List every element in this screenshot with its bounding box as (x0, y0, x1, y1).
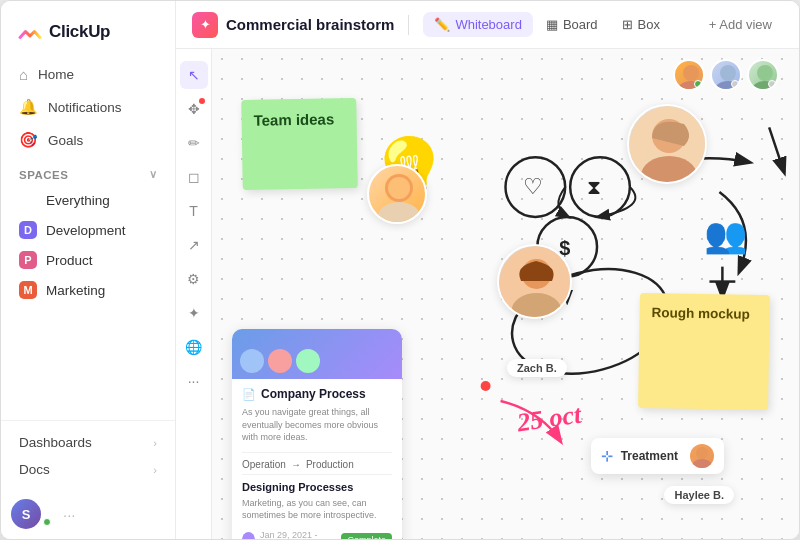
view-tabs: ✏️ Whiteboard ▦ Board ⊞ Box + Add view (423, 12, 783, 37)
spaces-section-header: Spaces ∨ (1, 156, 175, 185)
sticky-note-team-ideas[interactable]: Team ideas (241, 98, 358, 190)
avatar-2 (710, 59, 742, 91)
doc-header-figures (240, 349, 320, 373)
add-view-button[interactable]: + Add view (698, 12, 783, 37)
svg-point-19 (683, 65, 699, 81)
doc-card[interactable]: 📄 Company Process As you navigate great … (232, 329, 402, 539)
status-dot (43, 518, 51, 526)
dashboards-label: Dashboards (19, 435, 92, 450)
sidebar-label-everything: Everything (46, 193, 110, 208)
sidebar-item-development[interactable]: D Development (9, 215, 167, 245)
page-title-area: ✦ Commercial brainstorm (192, 12, 394, 38)
svg-point-0 (506, 157, 566, 217)
tool-globe[interactable]: 🌐 (180, 333, 208, 361)
sidebar-item-docs[interactable]: Docs › (9, 456, 167, 483)
page-title: Commercial brainstorm (226, 16, 394, 33)
whiteboard-tab-label: Whiteboard (455, 17, 521, 32)
offline-indicator-2 (768, 80, 776, 88)
tool-dot-indicator (199, 98, 205, 104)
tool-connector[interactable]: ↗ (180, 231, 208, 259)
board-tab-icon: ▦ (546, 17, 558, 32)
sidebar-label-product: Product (46, 253, 93, 268)
name-badge-haylee: Haylee B. (664, 486, 734, 504)
tool-text[interactable]: T (180, 197, 208, 225)
person-photo-woman-top (627, 104, 707, 184)
development-icon: D (19, 221, 37, 239)
sidebar-label-goals: Goals (48, 133, 83, 148)
sidebar-item-product[interactable]: P Product (9, 245, 167, 275)
doc-figure-2 (268, 349, 292, 373)
tab-whiteboard[interactable]: ✏️ Whiteboard (423, 12, 532, 37)
doc-sub-desc: Marketing, as you can see, can sometimes… (242, 497, 392, 522)
user-initial: S (22, 507, 31, 522)
doc-row-to: Production (306, 459, 354, 470)
tool-cursor[interactable]: ↖ (180, 61, 208, 89)
sticky-yellow-text: Rough mockup (652, 305, 750, 322)
treatment-label: Treatment (621, 449, 678, 463)
svg-point-25 (696, 447, 708, 459)
svg-point-21 (720, 65, 736, 81)
page-icon: ✦ (192, 12, 218, 38)
everything-icon: ⊞ (19, 191, 37, 209)
doc-arrow-icon: → (291, 459, 301, 470)
doc-row-process: Operation → Production (242, 459, 392, 470)
tools-bar: ↖ ✥ ✏ ◻ T ↗ ⚙ ✦ 🌐 ··· (176, 49, 212, 539)
doc-date: Jan 29, 2021 - 2:21 PM (260, 530, 336, 539)
person-photo-woman-circled (497, 244, 572, 319)
sidebar-label-notifications: Notifications (48, 100, 122, 115)
avatar: S (11, 499, 41, 529)
sidebar-item-goals[interactable]: 🎯 Goals (9, 124, 167, 156)
add-view-label: + Add view (709, 17, 772, 32)
tool-more[interactable]: ··· (180, 367, 208, 395)
date-annotation: 25 oct (515, 400, 583, 439)
doc-figure-1 (240, 349, 264, 373)
sidebar-item-marketing[interactable]: M Marketing (9, 275, 167, 305)
sidebar-item-dashboards[interactable]: Dashboards › (9, 429, 167, 456)
dashboards-chevron-icon: › (153, 437, 157, 449)
product-icon: P (19, 251, 37, 269)
main-content: ✦ Commercial brainstorm ✏️ Whiteboard ▦ … (176, 1, 799, 539)
person-photo-man (367, 164, 427, 224)
tool-pencil[interactable]: ✏ (180, 129, 208, 157)
shapes-icon: ◻ (188, 169, 200, 185)
logo-text: ClickUp (49, 22, 110, 42)
home-icon: ⌂ (19, 66, 28, 83)
doc-card-body: 📄 Company Process As you navigate great … (232, 379, 402, 539)
doc-footer: Jan 29, 2021 - 2:21 PM Complete (242, 530, 392, 539)
topbar-divider (408, 15, 409, 35)
treatment-card[interactable]: ⊹ Treatment (591, 438, 724, 474)
logo[interactable]: ClickUp (1, 9, 175, 59)
online-indicator (694, 80, 702, 88)
sidebar-bottom: Dashboards › Docs › (1, 420, 175, 491)
svg-point-9 (481, 381, 491, 391)
sidebar-item-notifications[interactable]: 🔔 Notifications (9, 91, 167, 123)
tool-effects[interactable]: ⚙ (180, 265, 208, 293)
user-area[interactable]: S ··· (1, 491, 175, 539)
canvas[interactable]: ♡ ⧗ $ 👥 (212, 49, 799, 539)
avatar-group (673, 59, 779, 91)
pencil-icon: ✏ (188, 135, 200, 151)
sidebar-item-home[interactable]: ⌂ Home (9, 59, 167, 90)
tool-hand[interactable]: ✥ (180, 95, 208, 123)
connector-icon: ↗ (188, 237, 200, 253)
magic-icon: ✦ (188, 305, 200, 321)
doc-divider-2 (242, 474, 392, 475)
cursor-icon: ↖ (188, 67, 200, 83)
svg-point-26 (692, 459, 712, 468)
svg-point-23 (757, 65, 773, 81)
svg-text:⧗: ⧗ (587, 176, 601, 198)
tool-shapes[interactable]: ◻ (180, 163, 208, 191)
treatment-icon: ⊹ (601, 448, 613, 464)
text-icon: T (189, 203, 198, 219)
tab-box[interactable]: ⊞ Box (611, 12, 671, 37)
tool-magic[interactable]: ✦ (180, 299, 208, 327)
spaces-chevron-icon[interactable]: ∨ (149, 168, 158, 181)
sticky-note-rough-mockup[interactable]: Rough mockup (638, 293, 770, 410)
doc-complete-button[interactable]: Complete (341, 533, 392, 539)
doc-avatar (242, 532, 255, 539)
sidebar-item-everything[interactable]: ⊞ Everything (9, 185, 167, 215)
marketing-icon: M (19, 281, 37, 299)
tab-board[interactable]: ▦ Board (535, 12, 609, 37)
bell-icon: 🔔 (19, 98, 38, 116)
user-more-icon[interactable]: ··· (63, 506, 76, 523)
